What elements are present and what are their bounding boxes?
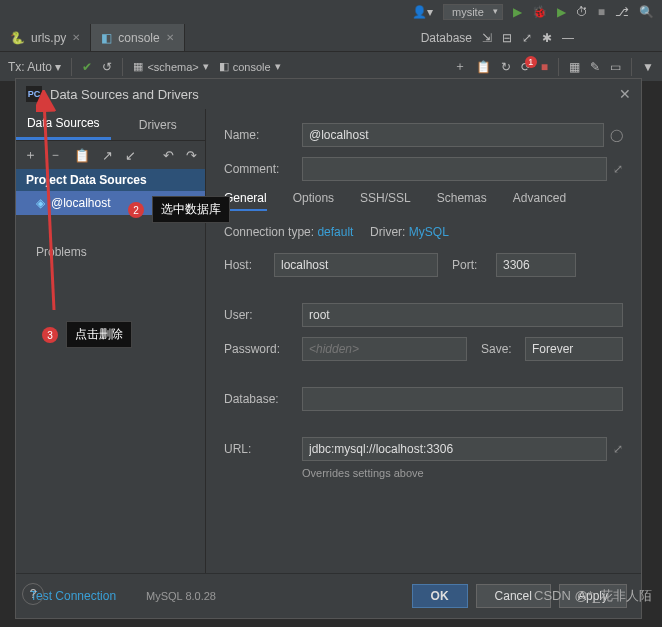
host-label: Host: [224, 258, 274, 272]
schema-combo[interactable]: ▦ <schema> ▾ [133, 60, 208, 73]
ddl-icon[interactable]: ↗ [102, 148, 113, 163]
driver-link[interactable]: MySQL [409, 225, 449, 239]
git-icon[interactable]: ⎇ [615, 5, 629, 19]
tab-advanced[interactable]: Advanced [513, 191, 566, 211]
console-icon: ◧ [101, 31, 112, 45]
query-icon[interactable]: ▭ [610, 60, 621, 74]
collapse-icon[interactable]: ⇲ [482, 31, 492, 45]
user-input[interactable] [302, 303, 623, 327]
paste-icon[interactable]: 📋 [476, 60, 491, 74]
password-input[interactable] [302, 337, 467, 361]
debug-icon[interactable]: 🐞 [532, 5, 547, 19]
save-select[interactable]: Forever [525, 337, 623, 361]
data-sources-dialog: PC Data Sources and Drivers ✕ Data Sourc… [15, 78, 642, 619]
close-icon[interactable]: ✕ [72, 32, 80, 43]
close-icon[interactable]: ✕ [166, 32, 174, 43]
table-icon[interactable]: ▦ [569, 60, 580, 74]
hide-icon[interactable]: ⊟ [502, 31, 512, 45]
watermark: CSDN @*_花非人陌 [534, 587, 652, 605]
coverage-icon[interactable]: ▶ [557, 5, 566, 19]
run-config-combo[interactable]: mysite [443, 4, 503, 20]
badge-3: 3 [42, 327, 58, 343]
expand-icon[interactable]: ⤢ [613, 162, 623, 176]
filter-icon[interactable]: ▼ [642, 60, 654, 74]
tab-options[interactable]: Options [293, 191, 334, 211]
user-label: User: [224, 308, 302, 322]
port-label: Port: [452, 258, 496, 272]
tab-label: console [118, 31, 159, 45]
tab-drivers[interactable]: Drivers [111, 109, 206, 140]
tab-label: urls.py [31, 31, 66, 45]
badge-2: 2 [128, 202, 144, 218]
db-version-text: MySQL 8.0.28 [146, 590, 216, 602]
annotation-arrow [36, 90, 66, 320]
dialog-title-text: Data Sources and Drivers [50, 87, 199, 102]
url-label: URL: [224, 442, 302, 456]
svg-line-0 [44, 100, 54, 310]
override-note: Overrides settings above [302, 467, 623, 479]
connection-type-row: Connection type: default Driver: MySQL [224, 225, 623, 239]
tab-console[interactable]: ◧ console ✕ [91, 24, 184, 51]
expand-icon[interactable]: ⤢ [613, 442, 623, 456]
editor-tabs: 🐍 urls.py ✕ ◧ console ✕ Database ⇲ ⊟ ⤢ ✱… [0, 24, 662, 52]
settings-icon[interactable]: ✱ [542, 31, 552, 45]
callout-select-db: 选中数据库 [152, 196, 230, 223]
refresh-icon[interactable]: ↻ [501, 60, 511, 74]
redo-icon[interactable]: ↷ [186, 148, 197, 163]
comment-label: Comment: [224, 162, 302, 176]
tab-schemas[interactable]: Schemas [437, 191, 487, 211]
name-input[interactable] [302, 123, 604, 147]
dialog-titlebar[interactable]: PC Data Sources and Drivers ✕ [16, 79, 641, 109]
console-combo[interactable]: ◧ console ▾ [219, 60, 281, 73]
commit-icon[interactable]: ✔ [82, 60, 92, 74]
copy-icon[interactable]: 📋 [74, 148, 90, 163]
python-icon: 🐍 [10, 31, 25, 45]
top-toolbar: 👤▾ mysite ▶ 🐞 ▶ ⏱ ■ ⎇ 🔍 [0, 0, 662, 24]
stop-icon: ■ [598, 5, 605, 19]
add-icon[interactable]: ＋ [454, 58, 466, 75]
undo-icon[interactable]: ↶ [163, 148, 174, 163]
color-icon[interactable]: ◯ [610, 128, 623, 142]
database-label: Database: [224, 392, 302, 406]
rollback-icon[interactable]: ↺ [102, 60, 112, 74]
dialog-content: Name: ◯ Comment: ⤢ General Options SSH/S… [206, 109, 641, 573]
edit-icon[interactable]: ✎ [590, 60, 600, 74]
close-icon[interactable]: ✕ [619, 86, 631, 102]
minimize-icon[interactable]: — [562, 31, 574, 45]
profile-icon[interactable]: ⏱ [576, 5, 588, 19]
callout-click-delete: 点击删除 [66, 321, 132, 348]
database-input[interactable] [302, 387, 623, 411]
make-global-icon[interactable]: ↙ [125, 148, 136, 163]
port-input[interactable] [496, 253, 576, 277]
sync-icon[interactable]: ⟳ [521, 60, 531, 74]
tab-ssh[interactable]: SSH/SSL [360, 191, 411, 211]
host-input[interactable] [274, 253, 438, 277]
database-panel-title: Database [411, 24, 482, 51]
search-icon[interactable]: 🔍 [639, 5, 654, 19]
connection-type-link[interactable]: default [317, 225, 353, 239]
name-label: Name: [224, 128, 302, 142]
run-icon[interactable]: ▶ [513, 5, 522, 19]
password-label: Password: [224, 342, 302, 356]
ok-button[interactable]: OK [412, 584, 468, 608]
move-icon[interactable]: ⤢ [522, 31, 532, 45]
person-icon[interactable]: 👤▾ [412, 5, 433, 19]
help-button[interactable]: ? [22, 583, 44, 605]
save-label: Save: [481, 342, 525, 356]
url-input[interactable] [302, 437, 607, 461]
comment-input[interactable] [302, 157, 607, 181]
content-tabs: General Options SSH/SSL Schemas Advanced [224, 191, 623, 211]
tx-mode-combo[interactable]: Tx: Auto ▾ [8, 60, 61, 74]
stop-icon[interactable]: ■ [541, 60, 548, 74]
tab-urls[interactable]: 🐍 urls.py ✕ [0, 24, 91, 51]
